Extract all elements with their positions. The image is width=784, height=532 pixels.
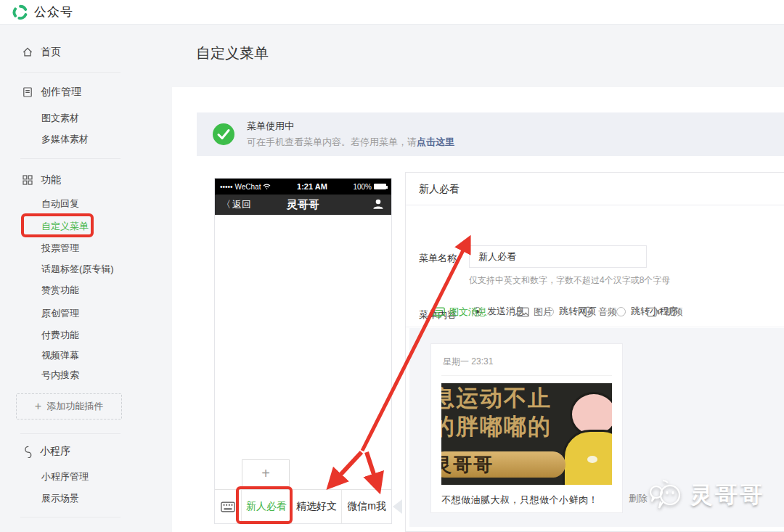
sidebar-divider [20,433,121,434]
sidebar-section-label: 创作管理 [41,86,81,99]
wechat-mp-admin: 公众号 首页 创作管理 图文素材 多媒体素材 功能 自动回复 自定义 [0,0,784,532]
message-preview-area: 星期一 23:31 息运动不止 的胖嘟嘟的 灵哥哥 不想做油腻大叔，只想做个小鲜… [409,328,784,527]
back-button[interactable]: 〈 返回 [221,198,251,211]
menu-name-label: 菜单名称 [419,252,457,265]
brand[interactable]: 公众号 [12,4,73,20]
sidebar-item-custom-menu[interactable]: 自定义菜单 [41,220,89,233]
editor-title: 新人必看 [406,173,784,205]
add-plugin-label: 添加功能插件 [46,400,103,413]
sidebar-section-creation[interactable]: 创作管理 [22,86,81,99]
menu-status-banner: 菜单使用中 可在手机查看菜单内容。若停用菜单，请点击这里 [197,112,784,156]
panel-connector-wedge [393,499,402,514]
phone-menu-item-2[interactable]: 精选好文 [292,490,342,523]
sidebar-item-paid-features[interactable]: 付费功能 [41,329,79,342]
sidebar-item-topic-tags[interactable]: 话题标签(原专辑) [41,263,114,276]
tab-image[interactable]: 图片 [517,306,552,319]
sidebar-divider [20,517,121,517]
success-check-icon [213,123,234,145]
message-cover-image: 息运动不止 的胖嘟嘟的 灵哥哥 [441,383,612,485]
miniprogram-icon [22,446,33,458]
mp-logo-icon [12,4,28,20]
add-plugin-button[interactable]: + 添加功能插件 [16,393,122,420]
tab-image-text-message[interactable]: 图文消息 [433,306,487,319]
sidebar-item-label: 首页 [41,46,61,59]
sidebar-item-image-text-material[interactable]: 图文素材 [41,112,79,125]
cover-text-line: 的胖嘟嘟的 [441,413,552,441]
top-header: 公众号 [0,0,784,25]
image-text-icon [433,307,445,318]
tab-video[interactable]: 视频 [647,306,683,319]
audio-icon [582,306,594,318]
message-card: 星期一 23:31 息运动不止 的胖嘟嘟的 灵哥哥 不想做油腻大叔，只想做个小鲜… [430,343,623,513]
wifi-icon [263,184,271,189]
sidebar-item-video-danmu[interactable]: 视频弹幕 [41,349,79,362]
grid-icon [22,174,33,186]
sidebar-item-reward[interactable]: 赞赏功能 [41,284,79,297]
disable-menu-link[interactable]: 点击这里 [417,136,454,147]
home-icon [22,46,33,58]
keyboard-toggle[interactable] [215,490,242,523]
menu-editor-panel: 新人必看 菜单名称 仅支持中英文和数字，字数不超过4个汉字或8个字母 菜单内容 … [405,172,784,532]
sidebar-divider [20,72,121,73]
delete-message-link[interactable]: 删除 [629,492,648,505]
phone-menu-bar: 新人必看 精选好文 微信m我 [215,489,391,523]
message-caption: 不想做油腻大叔，只想做个小鲜肉！ [441,494,612,507]
sidebar-item-account-search[interactable]: 号内搜索 [41,369,79,382]
phone-chat-body [215,215,391,491]
sidebar-item-display-scene[interactable]: 展示场景 [41,492,79,505]
cover-text-line: 息运动不止 [441,385,552,413]
phone-menu-item-1[interactable]: 新人必看 [242,490,292,523]
phone-menu-item-3[interactable]: 微信m我 [342,490,391,523]
sidebar-item-home[interactable]: 首页 [22,46,61,59]
image-icon [517,307,529,317]
brand-name: 公众号 [34,4,73,20]
sidebar-item-multimedia-material[interactable]: 多媒体素材 [41,133,89,146]
sidebar-divider [20,158,121,159]
phone-preview: ••••• WeChat 1:21 AM 100% 〈 返回 灵哥哥 [214,178,392,524]
phone-status-bar: ••••• WeChat 1:21 AM 100% [215,179,391,195]
sidebar-section-label: 功能 [41,173,61,187]
sidebar-item-miniprogram-management[interactable]: 小程序管理 [41,470,89,483]
plus-icon: + [261,465,270,482]
battery-icon [374,184,386,189]
sidebar-section-miniprogram[interactable]: 小程序 [22,445,70,458]
document-icon [22,86,33,98]
sidebar-item-auto-reply[interactable]: 自动回复 [41,197,79,210]
battery-percent: 100% [353,183,372,191]
menu-name-input[interactable] [469,245,647,268]
menu-name-hint: 仅支持中英文和数字，字数不超过4个汉字或8个字母 [469,274,670,287]
page-title: 自定义菜单 [196,44,269,63]
video-icon [647,307,660,317]
add-submenu-button[interactable]: + [242,459,290,487]
sidebar-item-original-management[interactable]: 原创管理 [41,307,79,320]
status-time: 1:21 AM [297,182,327,191]
message-type-tabs: 图文消息 图片 音频 [406,298,784,327]
person-icon[interactable] [372,197,385,210]
chevron-left-icon: 〈 [221,198,231,211]
tab-audio[interactable]: 音频 [582,306,617,319]
sidebar-section-features[interactable]: 功能 [22,173,61,187]
carrier-label: WeChat [235,183,261,191]
message-time: 星期一 23:31 [441,353,612,376]
banner-desc: 可在手机查看菜单内容。若停用菜单，请点击这里 [247,136,454,149]
banner-title: 菜单使用中 [247,120,454,133]
sidebar-section-label: 小程序 [40,445,70,458]
cartoon-character [560,392,612,485]
back-label: 返回 [232,198,251,211]
plus-icon: + [35,400,41,413]
account-title: 灵哥哥 [287,198,319,212]
phone-nav-bar: 〈 返回 灵哥哥 [215,195,391,215]
cover-badge: 灵哥哥 [441,451,565,478]
sidebar-item-vote-management[interactable]: 投票管理 [41,242,79,255]
signal-dots: ••••• [220,183,233,191]
